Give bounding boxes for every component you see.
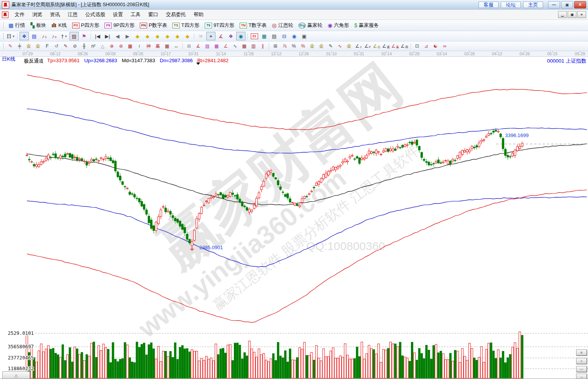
red-pattern-tool[interactable]: ▨: [70, 32, 79, 40]
gann-diamond-3[interactable]: ◆: [153, 32, 162, 40]
menu-交易委托[interactable]: 交易委托: [162, 10, 190, 19]
winner-wheel-button[interactable]: Big赢家轮: [298, 22, 322, 29]
yinyang-tool[interactable]: ☯: [431, 42, 440, 50]
gold-levels-tool[interactable]: 金: [317, 42, 326, 50]
close-button[interactable]: ×: [574, 1, 586, 8]
mini-chart-tool[interactable]: ⊿: [422, 42, 431, 50]
forum-button[interactable]: 论坛: [501, 2, 521, 8]
spiral-tool[interactable]: ↺: [52, 42, 61, 50]
calculator-tool[interactable]: ▦: [260, 32, 269, 40]
menu-文件[interactable]: 文件: [11, 10, 28, 19]
n-square-tool[interactable]: n²: [89, 42, 98, 50]
volume-pane-toggle-button[interactable]: △: [2, 371, 30, 379]
t-table-button[interactable]: TNT数字表: [240, 22, 267, 29]
menu-设置[interactable]: 设置: [109, 10, 127, 19]
marker-pen-tool[interactable]: ✎: [61, 42, 70, 50]
mdi-minimize-button[interactable]: ▁: [558, 11, 567, 18]
ink-pen-tool[interactable]: ✎: [326, 42, 335, 50]
scale-bars-tool[interactable]: ⊞: [271, 42, 280, 50]
workstation-tool[interactable]: ▣: [300, 32, 309, 40]
nav-prev-button[interactable]: ◀: [113, 32, 122, 40]
angle-ying-tool[interactable]: ∠赢: [391, 42, 399, 50]
numbered-grid-tool[interactable]: ▦: [163, 42, 171, 50]
dense-grid-b-tool[interactable]: ▥: [249, 42, 258, 50]
menu-江恩[interactable]: 江恩: [64, 10, 81, 19]
dense-grid-a-tool[interactable]: ▦: [240, 42, 248, 50]
t-square-button[interactable]: TST四方形: [172, 22, 199, 29]
angle-four-tool[interactable]: ∠四: [400, 42, 409, 50]
crosshair-tool[interactable]: +: [206, 32, 215, 40]
draw-pen-tool[interactable]: ✎: [6, 42, 15, 50]
red-grid-tool[interactable]: ▩: [126, 42, 134, 50]
menu-工具[interactable]: 工具: [127, 10, 144, 19]
mdi-close-button[interactable]: ×: [577, 11, 586, 18]
cycle-3-tool[interactable]: ♪3: [40, 32, 49, 40]
maze-tool[interactable]: ◉: [236, 32, 245, 40]
price-volume-chart[interactable]: 07-2908-1208-2609-0909-2610-1710-3111-14…: [0, 51, 588, 379]
t9-square-button[interactable]: T99T四方形: [205, 22, 234, 29]
p-square-button[interactable]: PSP四方形: [72, 22, 99, 29]
home-button[interactable]: 主页: [523, 2, 543, 8]
hexagon-button[interactable]: ◉六角形: [328, 22, 349, 29]
restore-button[interactable]: ▣: [561, 1, 573, 8]
seven-eighths-tool[interactable]: ⅞: [280, 42, 289, 50]
angle-f-tool[interactable]: ∠F: [363, 42, 372, 50]
vol-shift-button[interactable]: →: [576, 374, 587, 379]
percent-line-tool[interactable]: %: [299, 42, 307, 50]
menu-公式选股[interactable]: 公式选股: [81, 10, 109, 19]
target-tool[interactable]: ⊕: [108, 42, 116, 50]
fib-tool[interactable]: F: [43, 42, 51, 50]
grid-tool[interactable]: ╪: [15, 42, 24, 50]
gann-diamond-4[interactable]: ◆: [163, 32, 172, 40]
percent-tool[interactable]: %: [290, 42, 298, 50]
angle-tool[interactable]: ∡: [216, 32, 225, 40]
gold-under-tool[interactable]: 金: [345, 42, 353, 50]
quotes-button[interactable]: ▦行情: [8, 22, 25, 29]
vol-scale-2-button[interactable]: =: [576, 358, 587, 364]
color-bar-tool[interactable]: ⚑: [80, 32, 89, 40]
gann-wheel-button[interactable]: ◎江恩轮: [272, 22, 293, 29]
fan-grid-a-tool[interactable]: ▨: [203, 42, 212, 50]
menu-窗口[interactable]: 窗口: [144, 10, 162, 19]
compass-tool[interactable]: △: [98, 42, 107, 50]
cycle-9-tool[interactable]: ♪9: [50, 32, 59, 40]
blue-pattern-tool[interactable]: ❖: [20, 32, 29, 40]
wave-tool[interactable]: ∿: [231, 42, 239, 50]
grid-highlight-tool[interactable]: ⊡: [413, 42, 421, 50]
parallel-lines-tool[interactable]: ∥: [258, 42, 267, 50]
mdi-restore-button[interactable]: ▣: [568, 11, 576, 18]
notes-tool[interactable]: ▤: [270, 32, 279, 40]
mdi-system-icon[interactable]: 赢: [2, 12, 8, 18]
nav-first-button[interactable]: |◀: [93, 32, 102, 40]
calendar-tool[interactable]: 21: [250, 32, 259, 40]
gann-diamond-1[interactable]: ◆: [133, 32, 142, 40]
ying-tool[interactable]: 赢: [154, 42, 162, 50]
nav-last-button[interactable]: ▶|: [103, 32, 112, 40]
kline-button[interactable]: K线: [51, 22, 67, 29]
gold-circle-tool[interactable]: 金: [308, 42, 316, 50]
angle-speed-tool[interactable]: ∠速: [382, 42, 390, 50]
fan-lines-tool[interactable]: ∡: [194, 42, 202, 50]
ruler-grid-tool[interactable]: ╫: [80, 42, 88, 50]
gann-diamond-5[interactable]: ◆: [173, 32, 182, 40]
p9-square-button[interactable]: P99P四方形: [104, 22, 134, 29]
hand-tool[interactable]: ☞: [196, 32, 205, 40]
menu-资讯[interactable]: 资讯: [46, 10, 64, 19]
info-list-tool[interactable]: ▤: [30, 32, 39, 40]
vol-scale-1-button[interactable]: —: [576, 366, 587, 372]
support-button[interactable]: 客服: [479, 2, 499, 8]
knot-tool[interactable]: ❖: [226, 32, 235, 40]
menu-帮助[interactable]: 帮助: [190, 10, 207, 19]
minimize-button[interactable]: —: [548, 1, 560, 8]
shen-tool[interactable]: 神: [144, 42, 153, 50]
angle-j-tool[interactable]: ∠J: [354, 42, 363, 50]
p-table-button[interactable]: PNP数字表: [140, 22, 167, 29]
sectors-button[interactable]: ▚板块: [30, 22, 46, 29]
vol-scale-3-button[interactable]: ≡: [576, 349, 587, 356]
angle-gold-tool[interactable]: ∠金: [373, 42, 381, 50]
gann-diamond-2[interactable]: ◆: [143, 32, 152, 40]
infinity-tool[interactable]: ∞: [441, 42, 449, 50]
span-tool[interactable]: ↔: [172, 42, 181, 50]
web-sync-tool[interactable]: ◉: [290, 32, 299, 40]
kline-mark-tool[interactable]: ≀: [135, 42, 144, 50]
